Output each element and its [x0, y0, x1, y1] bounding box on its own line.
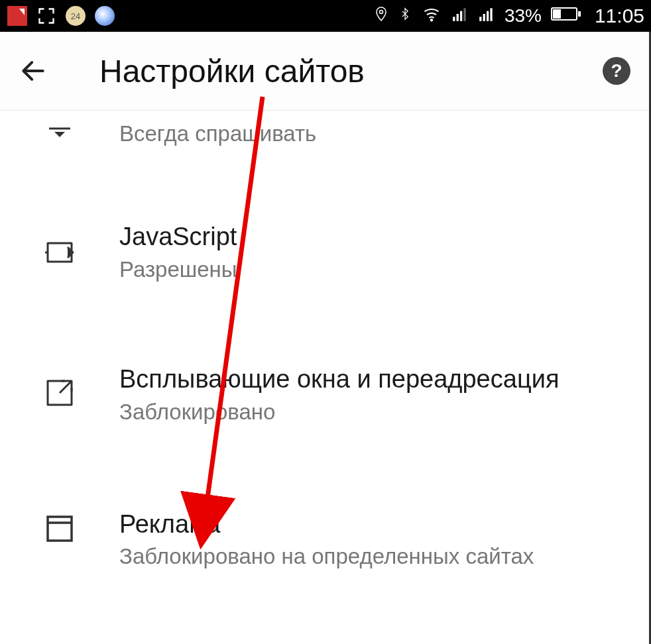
svg-rect-12 — [578, 11, 581, 17]
signal-icon-1 — [451, 5, 469, 27]
setting-subtitle: Разрешены — [119, 256, 636, 283]
svg-rect-7 — [483, 14, 485, 21]
setting-title: Всплывающие окна и переадресация — [119, 364, 636, 396]
popup-icon — [44, 377, 76, 409]
svg-point-0 — [379, 10, 383, 13]
battery-icon — [551, 6, 581, 27]
status-bar: 24 33% 11:05 — [0, 0, 651, 32]
help-button[interactable]: ? — [603, 57, 630, 85]
fullscreen-icon — [36, 5, 57, 27]
location-icon — [373, 5, 389, 28]
svg-rect-15 — [48, 517, 72, 541]
setting-row-javascript[interactable]: JavaScript Разрешены — [0, 221, 649, 303]
setting-subtitle: Заблокировано — [119, 398, 636, 425]
app-notification-icon-1 — [7, 5, 28, 27]
setting-row-popups[interactable]: Всплывающие окна и переадресация Заблоки… — [0, 364, 649, 445]
svg-rect-9 — [490, 8, 492, 21]
battery-percent: 33% — [504, 5, 542, 27]
bluetooth-icon — [398, 4, 412, 28]
svg-rect-8 — [487, 11, 489, 21]
setting-title: Реклама — [119, 509, 636, 541]
app-frame: Настройки сайтов ? Всегда спрашивать Jav… — [0, 32, 651, 644]
svg-rect-3 — [456, 14, 458, 21]
svg-rect-11 — [553, 9, 561, 19]
app-notification-icon-2: 24 — [65, 5, 86, 27]
back-button[interactable] — [13, 51, 53, 91]
status-right-icons: 33% 11:05 — [373, 4, 644, 28]
setting-subtitle: Заблокировано на определенных сайтах — [119, 543, 636, 570]
svg-rect-4 — [460, 11, 462, 21]
setting-row-previous[interactable]: Всегда спрашивать — [0, 110, 649, 167]
app-notification-icon-3 — [94, 5, 115, 27]
setting-title: JavaScript — [119, 221, 636, 253]
download-icon — [46, 127, 73, 138]
svg-rect-2 — [453, 17, 455, 21]
clock: 11:05 — [595, 5, 644, 27]
ads-icon — [44, 513, 76, 545]
svg-point-1 — [431, 19, 432, 21]
settings-list: Всегда спрашивать JavaScript Разрешены В — [0, 110, 649, 590]
signal-icon-2 — [478, 5, 495, 27]
svg-rect-5 — [463, 8, 465, 21]
page-title: Настройки сайтов — [99, 53, 603, 89]
wifi-icon — [421, 5, 442, 28]
status-left-icons: 24 — [7, 5, 115, 27]
app-header: Настройки сайтов ? — [0, 32, 649, 110]
svg-rect-6 — [479, 17, 481, 21]
setting-subtitle: Всегда спрашивать — [119, 120, 636, 147]
javascript-icon — [44, 237, 76, 268]
setting-row-ads[interactable]: Реклама Заблокировано на определенных са… — [0, 509, 649, 590]
